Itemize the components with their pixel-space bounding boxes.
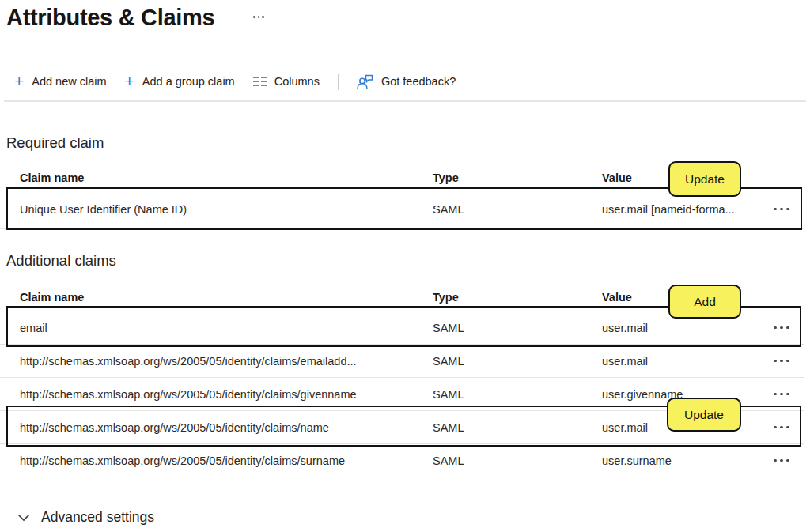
ellipsis-menu-icon	[774, 326, 777, 330]
row-actions-button[interactable]	[759, 345, 804, 377]
columns-label: Columns	[274, 75, 320, 88]
command-bar: + Add new claim + Add a group claim Colu…	[14, 70, 456, 93]
claim-name-cell: http://schemas.xmlsoap.org/ws/2005/05/id…	[0, 388, 433, 401]
annotation-callout-update-name: Update	[667, 398, 741, 432]
claim-type-cell: SAML	[433, 455, 602, 467]
plus-icon: +	[125, 74, 134, 89]
row-actions-button[interactable]	[759, 190, 804, 228]
annotation-callout-add-email: Add	[668, 285, 741, 319]
columns-icon	[253, 76, 267, 87]
row-actions-button[interactable]	[759, 378, 804, 410]
claim-value-cell: user.mail	[602, 322, 759, 334]
claim-name-cell: email	[0, 322, 433, 334]
claim-type-cell: SAML	[433, 421, 602, 434]
title-more-button[interactable]	[250, 13, 267, 21]
plus-icon: +	[14, 74, 24, 89]
claim-row-surname[interactable]: http://schemas.xmlsoap.org/ws/2005/05/id…	[0, 444, 804, 477]
ellipsis-menu-icon	[774, 426, 777, 429]
row-actions-button[interactable]	[759, 411, 804, 443]
claim-value-cell: user.mail [nameid-forma...	[602, 203, 759, 216]
got-feedback-button[interactable]: Got feedback?	[357, 74, 456, 89]
claim-name-cell: http://schemas.xmlsoap.org/ws/2005/05/id…	[0, 421, 433, 434]
feedback-icon	[357, 74, 373, 89]
advanced-settings-toggle[interactable]: Advanced settings	[17, 509, 154, 526]
annotation-callout-update-required: Update	[668, 161, 741, 197]
add-group-claim-button[interactable]: + Add a group claim	[125, 74, 235, 89]
row-actions-button[interactable]	[759, 444, 804, 477]
column-header-claim-name: Claim name	[0, 172, 433, 184]
add-new-claim-button[interactable]: + Add new claim	[14, 74, 107, 89]
ellipsis-menu-icon	[774, 360, 777, 363]
claim-type-cell: SAML	[433, 355, 602, 368]
claim-name-cell: Unique User Identifier (Name ID)	[0, 203, 433, 216]
column-header-claim-name: Claim name	[0, 291, 433, 304]
column-header-type: Type	[433, 172, 602, 184]
ellipsis-menu-icon	[774, 208, 777, 211]
claim-type-cell: SAML	[433, 322, 602, 334]
advanced-settings-label: Advanced settings	[41, 509, 154, 526]
column-header-type: Type	[433, 291, 602, 304]
ellipsis-icon	[253, 16, 255, 18]
toolbar-separator	[4, 100, 806, 102]
ellipsis-menu-icon	[774, 393, 777, 396]
columns-button[interactable]: Columns	[253, 75, 320, 88]
claim-type-cell: SAML	[433, 388, 602, 401]
attributes-claims-page: Attributes & Claims + Add new claim + Ad…	[0, 0, 810, 532]
add-new-claim-label: Add new claim	[32, 75, 106, 88]
got-feedback-label: Got feedback?	[381, 75, 456, 88]
chevron-down-icon	[17, 514, 30, 522]
claim-value-cell: user.mail	[602, 355, 759, 368]
claim-value-cell: user.surname	[602, 455, 759, 467]
additional-claims-heading: Additional claims	[6, 252, 116, 270]
row-actions-button[interactable]	[759, 311, 804, 344]
claim-row-emailaddress[interactable]: http://schemas.xmlsoap.org/ws/2005/05/id…	[0, 345, 804, 378]
claim-name-cell: http://schemas.xmlsoap.org/ws/2005/05/id…	[0, 355, 433, 368]
toolbar-divider	[338, 74, 339, 90]
required-claim-heading: Required claim	[6, 134, 104, 152]
page-title: Attributes & Claims	[6, 5, 214, 31]
ellipsis-menu-icon	[774, 459, 777, 462]
claim-name-cell: http://schemas.xmlsoap.org/ws/2005/05/id…	[0, 455, 433, 467]
claim-type-cell: SAML	[433, 203, 602, 216]
add-group-claim-label: Add a group claim	[142, 75, 235, 88]
